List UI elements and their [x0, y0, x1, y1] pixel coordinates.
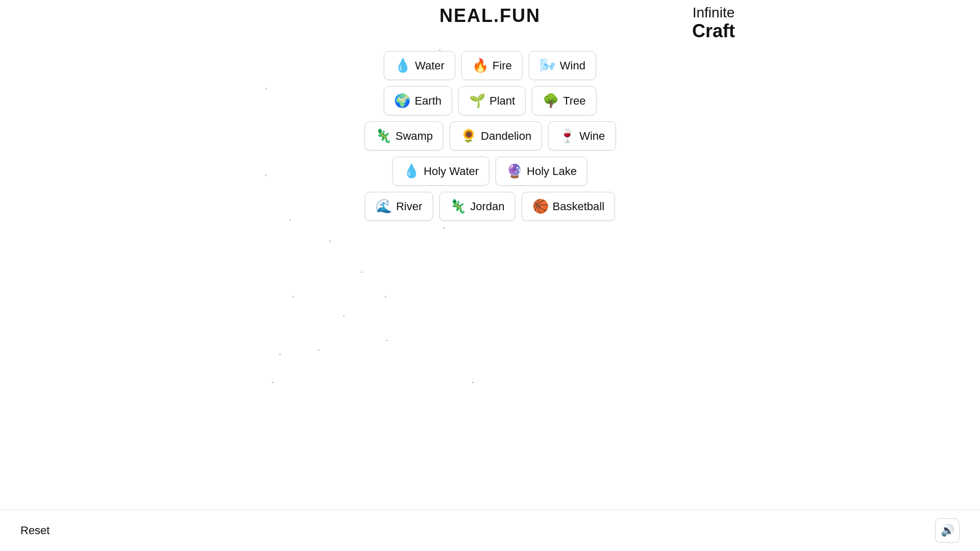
item-button-water[interactable]: 💧Water	[384, 51, 455, 80]
reset-button[interactable]: Reset	[20, 524, 50, 537]
items-row-2: 🦎Swamp🌻Dandelion🍷Wine	[364, 121, 616, 151]
items-row-1: 🌍Earth🌱Plant🌳Tree	[383, 86, 596, 115]
decorative-dot	[329, 240, 331, 242]
item-button-wine[interactable]: 🍷Wine	[548, 121, 616, 151]
item-emoji-tree: 🌳	[543, 93, 559, 109]
decorative-dot	[385, 296, 386, 297]
decorative-dot	[265, 174, 266, 176]
sound-button[interactable]: 🔊	[935, 518, 960, 543]
decorative-dot	[472, 382, 474, 383]
item-button-tree[interactable]: 🌳Tree	[532, 86, 596, 115]
item-emoji-wine: 🍷	[559, 128, 575, 144]
item-emoji-wind: 🌬️	[540, 58, 556, 73]
item-label-basketball: Basketball	[553, 200, 605, 213]
items-row-4: 🌊River🦎Jordan🏀Basketball	[365, 192, 615, 221]
item-label-holy-lake: Holy Lake	[527, 165, 577, 178]
decorative-dot	[361, 271, 362, 273]
item-button-jordan[interactable]: 🦎Jordan	[439, 192, 515, 221]
item-label-wind: Wind	[560, 59, 585, 72]
decorative-dot	[272, 382, 274, 383]
item-label-plant: Plant	[489, 94, 515, 108]
item-label-holy-water: Holy Water	[424, 165, 479, 178]
item-label-river: River	[396, 200, 422, 213]
decorative-dot	[289, 219, 291, 221]
item-label-tree: Tree	[563, 94, 585, 108]
items-row-0: 💧Water🔥Fire🌬️Wind	[384, 51, 596, 80]
infinite-label: Infinite	[692, 5, 735, 21]
item-emoji-jordan: 🦎	[450, 198, 466, 214]
item-label-earth: Earth	[414, 94, 442, 108]
item-button-holy-water[interactable]: 💧Holy Water	[393, 157, 489, 186]
bottom-bar: Reset 🔊	[0, 510, 980, 551]
decorative-dot	[343, 315, 345, 316]
item-button-basketball[interactable]: 🏀Basketball	[522, 192, 616, 221]
decorative-dot	[386, 340, 387, 341]
item-label-dandelion: Dandelion	[481, 130, 531, 143]
neal-fun-logo[interactable]: NEAL.FUN	[439, 5, 541, 27]
decorative-dot	[439, 49, 440, 51]
decorative-dot	[265, 88, 267, 89]
item-button-holy-lake[interactable]: 🔮Holy Lake	[496, 157, 587, 186]
sound-icon: 🔊	[941, 524, 954, 537]
craft-label: Craft	[692, 21, 735, 41]
item-emoji-earth: 🌍	[394, 93, 410, 109]
item-label-wine: Wine	[579, 130, 605, 143]
items-grid: 💧Water🔥Fire🌬️Wind🌍Earth🌱Plant🌳Tree🦎Swamp…	[364, 51, 616, 221]
decorative-dot	[292, 296, 294, 297]
item-button-swamp[interactable]: 🦎Swamp	[364, 121, 444, 151]
item-button-dandelion[interactable]: 🌻Dandelion	[450, 121, 542, 151]
item-emoji-swamp: 🦎	[375, 128, 391, 144]
infinite-craft-logo: Infinite Craft	[692, 5, 735, 41]
item-button-river[interactable]: 🌊River	[365, 192, 433, 221]
item-label-swamp: Swamp	[396, 130, 433, 143]
decorative-dot	[279, 354, 281, 355]
item-emoji-fire: 🔥	[472, 58, 488, 73]
item-label-jordan: Jordan	[470, 200, 504, 213]
item-button-fire[interactable]: 🔥Fire	[461, 51, 523, 80]
item-label-water: Water	[415, 59, 445, 72]
item-button-plant[interactable]: 🌱Plant	[458, 86, 526, 115]
item-emoji-water: 💧	[395, 58, 411, 73]
items-row-3: 💧Holy Water🔮Holy Lake	[393, 157, 587, 186]
item-emoji-plant: 🌱	[469, 93, 485, 109]
item-label-fire: Fire	[493, 59, 512, 72]
decorative-dot	[444, 227, 445, 229]
decorative-dot	[318, 349, 320, 351]
item-button-wind[interactable]: 🌬️Wind	[529, 51, 596, 80]
item-emoji-holy-water: 💧	[403, 163, 420, 179]
item-emoji-dandelion: 🌻	[460, 128, 477, 144]
item-emoji-basketball: 🏀	[532, 198, 549, 214]
item-button-earth[interactable]: 🌍Earth	[383, 86, 452, 115]
item-emoji-river: 🌊	[376, 198, 392, 214]
item-emoji-holy-lake: 🔮	[506, 163, 523, 179]
